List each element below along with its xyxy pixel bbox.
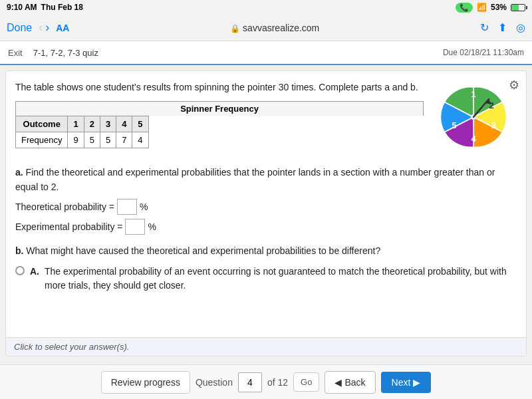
- option-a-text: The experimental probability of an event…: [45, 265, 517, 293]
- next-button[interactable]: Next ▶: [381, 372, 432, 393]
- problem-area: The table shows one student's results fr…: [15, 80, 517, 156]
- freq-2: 5: [84, 132, 100, 148]
- percent-sign-1: %: [140, 200, 148, 214]
- spinner-table-container: Spinner Frequency Outcome 1 2 3 4 5 Freq…: [15, 101, 424, 148]
- table-frequency-row: Frequency 9 5 5 7 4: [16, 132, 149, 148]
- freq-1: 9: [68, 132, 84, 148]
- click-hint: Click to select your answer(s).: [6, 337, 526, 356]
- col-3: 3: [100, 116, 116, 132]
- theoretical-prob-line: Theoretical probability = %: [15, 199, 517, 215]
- freq-4: 7: [116, 132, 132, 148]
- table-header-row: Outcome 1 2 3 4 5: [16, 116, 149, 132]
- col-5: 5: [132, 116, 148, 132]
- svg-text:1: 1: [471, 89, 475, 99]
- svg-text:4: 4: [471, 134, 476, 144]
- col-4: 4: [116, 116, 132, 132]
- spinner-svg: 1 2 3 4 5: [437, 80, 510, 154]
- date-display: Thu Feb 18: [41, 3, 83, 12]
- spinner-container: 1 2 3 4 5: [437, 80, 517, 156]
- col-1: 1: [68, 116, 84, 132]
- theoretical-input[interactable]: [117, 199, 137, 215]
- back-arrow-icon: ◀: [334, 377, 342, 388]
- compass-icon[interactable]: ◎: [516, 21, 525, 34]
- wifi-icon: 📶: [477, 3, 487, 12]
- settings-icon[interactable]: ⚙: [509, 78, 519, 92]
- part-b-label: b.: [15, 245, 23, 256]
- done-button[interactable]: Done: [7, 22, 32, 34]
- exit-button[interactable]: Exit: [8, 48, 23, 58]
- main-content: ⚙ The table shows one student's results …: [5, 70, 527, 356]
- lock-icon: 🔒: [230, 24, 240, 33]
- forward-arrow[interactable]: ›: [45, 21, 49, 35]
- part-a-label: a.: [15, 167, 23, 178]
- url-bar[interactable]: 🔒 savvasrealize.com: [76, 23, 473, 33]
- part-b-text: b. What might have caused the theoretica…: [15, 244, 517, 258]
- time-display: 9:10 AM: [7, 3, 37, 12]
- nav-bar: Exit 7-1, 7-2, 7-3 quiz Due 02/18/21 11:…: [0, 41, 532, 65]
- option-a-label: A.: [30, 265, 39, 279]
- experimental-input[interactable]: [125, 219, 145, 235]
- due-date: Due 02/18/21 11:30am: [443, 48, 524, 57]
- section-a: a. Find the theoretical and experimental…: [15, 165, 517, 235]
- status-bar: 9:10 AM Thu Feb 18 📞 📶 53%: [0, 0, 532, 15]
- phone-icon: 📞: [456, 3, 473, 13]
- text-size-button[interactable]: AA: [56, 23, 69, 33]
- spinner-table: Outcome 1 2 3 4 5 Frequency 9 5 5 7 4: [15, 116, 149, 148]
- url-text: savvasrealize.com: [243, 23, 319, 33]
- go-button[interactable]: Go: [293, 372, 319, 392]
- col-2: 2: [84, 116, 100, 132]
- radio-option-a[interactable]: [15, 266, 25, 275]
- next-arrow-icon: ▶: [413, 377, 420, 388]
- question-number-input[interactable]: [238, 372, 262, 392]
- theoretical-label: Theoretical probability =: [15, 200, 114, 214]
- browser-actions: ↻ ⬆ ◎: [480, 21, 525, 34]
- freq-5: 4: [132, 132, 148, 148]
- col-outcome: Outcome: [16, 116, 68, 132]
- part-b-description: What might have caused the theoretical a…: [26, 245, 380, 256]
- svg-text:3: 3: [491, 120, 495, 130]
- percent-sign-2: %: [148, 219, 156, 234]
- row-label-frequency: Frequency: [16, 132, 68, 148]
- part-a-description: Find the theoretical and experimental pr…: [15, 167, 495, 192]
- click-hint-text: Click to select your answer(s).: [14, 342, 129, 352]
- nav-arrows: ‹ ›: [39, 21, 49, 35]
- svg-text:5: 5: [452, 120, 456, 130]
- part-a-text: a. Find the theoretical and experimental…: [15, 165, 517, 195]
- back-arrow[interactable]: ‹: [39, 21, 43, 35]
- quiz-title: 7-1, 7-2, 7-3 quiz: [33, 48, 98, 58]
- of-label: of 12: [267, 377, 288, 388]
- review-progress-button[interactable]: Review progress: [101, 371, 190, 394]
- battery-icon: [511, 4, 525, 11]
- freq-3: 5: [100, 132, 116, 148]
- experimental-prob-line: Experimental probability = %: [15, 219, 517, 235]
- section-b: b. What might have caused the theoretica…: [15, 244, 517, 293]
- answer-option-a[interactable]: A. The experimental probability of an ev…: [15, 265, 517, 293]
- share-icon[interactable]: ⬆: [498, 21, 507, 34]
- table-caption: Spinner Frequency: [15, 101, 424, 116]
- problem-description: The table shows one student's results fr…: [15, 80, 424, 94]
- refresh-icon[interactable]: ↻: [480, 21, 489, 34]
- experimental-label: Experimental probability =: [15, 219, 122, 234]
- back-button[interactable]: ◀ Back: [325, 371, 375, 394]
- bottom-toolbar: Review progress Question of 12 Go ◀ Back…: [0, 364, 532, 399]
- question-label: Question: [196, 377, 233, 388]
- back-label: Back: [344, 377, 365, 388]
- browser-toolbar: Done ‹ › AA 🔒 savvasrealize.com ↻ ⬆ ◎: [0, 15, 532, 41]
- battery-display: 53%: [491, 3, 507, 12]
- next-label: Next: [392, 377, 411, 388]
